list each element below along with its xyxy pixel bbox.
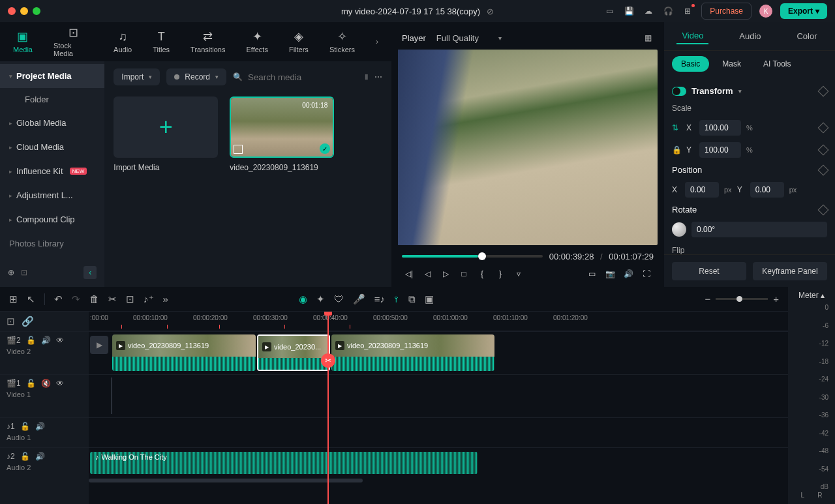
- track-video1[interactable]: [89, 374, 788, 417]
- track-head-video2[interactable]: 🎬2🔓🔊👁 Video 2: [0, 331, 89, 374]
- zoom-slider[interactable]: [716, 298, 768, 300]
- track-head-video1[interactable]: 🎬1🔓🔇👁 Video 1: [0, 374, 89, 417]
- track-audio2[interactable]: ♪Walking On The City: [89, 447, 788, 477]
- scale-x-input[interactable]: [699, 120, 741, 136]
- title-edit-icon[interactable]: ⊘: [487, 7, 494, 16]
- new-folder-icon[interactable]: ⊕: [8, 268, 14, 277]
- keyframe-diamond[interactable]: [818, 164, 829, 175]
- seek-bar[interactable]: [402, 255, 543, 258]
- keyframe-panel-button[interactable]: Keyframe Panel: [753, 262, 827, 280]
- shield-icon[interactable]: 🛡: [334, 293, 344, 304]
- lock-icon[interactable]: 🔒: [672, 145, 681, 155]
- keyframe-diamond[interactable]: [818, 85, 829, 96]
- reset-button[interactable]: Reset: [672, 262, 746, 280]
- timeline-clip[interactable]: ▶video_20230809_113619: [112, 334, 256, 371]
- crop-icon[interactable]: ⊡: [126, 293, 134, 305]
- chevron-down-icon[interactable]: ▾: [738, 88, 742, 95]
- playhead[interactable]: ✂: [327, 312, 329, 504]
- sidebar-project-media[interactable]: ▾Project Media: [0, 64, 104, 88]
- new-bin-icon[interactable]: ⊡: [21, 268, 27, 277]
- sidebar-cloud-media[interactable]: ▸Cloud Media: [0, 135, 104, 159]
- grid-icon[interactable]: ⊞: [9, 293, 18, 305]
- tab-titles[interactable]: TTitles: [153, 30, 170, 53]
- seek-knob[interactable]: [478, 252, 486, 260]
- tab-effects[interactable]: ✦Effects: [246, 30, 267, 53]
- subtab-basic[interactable]: Basic: [672, 56, 709, 72]
- mark-in-button[interactable]: {: [475, 267, 489, 281]
- sidebar-photos-library[interactable]: Photos Library: [0, 231, 104, 256]
- link-icon[interactable]: ⇅: [672, 123, 681, 132]
- tab-transitions[interactable]: ⇄Transitions: [190, 30, 225, 53]
- tab-filters[interactable]: ◈Filters: [289, 30, 309, 53]
- waveform-icon[interactable]: ≡♪: [374, 293, 385, 304]
- display-icon[interactable]: ▭: [584, 267, 599, 281]
- inspector-tab-video[interactable]: Video: [676, 28, 708, 44]
- search-input[interactable]: [248, 72, 358, 82]
- export-button[interactable]: Export ▾: [780, 3, 827, 19]
- import-media-card[interactable]: + Import Media: [114, 96, 218, 283]
- tab-stock-media[interactable]: ⊡Stock Media: [53, 26, 93, 57]
- tabs-next-icon[interactable]: ›: [376, 37, 378, 46]
- split-icon[interactable]: ✂: [108, 293, 117, 305]
- subtab-mask[interactable]: Mask: [713, 56, 750, 72]
- audio-clip[interactable]: ♪Walking On The City: [90, 452, 478, 474]
- quality-dropdown[interactable]: Full Quality▾: [436, 33, 502, 43]
- scrollbar-thumb[interactable]: [89, 479, 363, 482]
- lock-icon[interactable]: 🔓: [20, 422, 30, 431]
- lock-icon[interactable]: 🔓: [26, 379, 36, 388]
- redo-icon[interactable]: ↷: [72, 293, 80, 305]
- undo-icon[interactable]: ↶: [54, 293, 63, 305]
- timeline-scrollbar[interactable]: [89, 477, 788, 484]
- sidebar-influence-kit[interactable]: ▸Influence KitNEW: [0, 159, 104, 183]
- collapse-sidebar-icon[interactable]: ‹: [84, 266, 97, 279]
- lock-icon[interactable]: 🔓: [26, 336, 36, 345]
- player-viewport[interactable]: [398, 50, 658, 245]
- timeline-ruler[interactable]: :00:00 00:00:10:00 00:00:20:00 00:00:30:…: [89, 312, 788, 331]
- snap-icon[interactable]: ⫯: [394, 293, 399, 304]
- group-icon[interactable]: ⧉: [408, 293, 416, 305]
- apps-icon[interactable]: ⊞: [682, 5, 693, 17]
- track-audio1[interactable]: [89, 417, 788, 447]
- enhance-icon[interactable]: ✦: [316, 293, 325, 305]
- zoom-knob[interactable]: [736, 296, 742, 302]
- ai-icon[interactable]: ◉: [299, 293, 307, 305]
- layout-icon[interactable]: ▭: [603, 5, 615, 17]
- rotate-knob[interactable]: [672, 222, 686, 237]
- mute-icon[interactable]: 🔊: [35, 452, 45, 461]
- select-tool-icon[interactable]: ↖: [27, 293, 35, 305]
- scale-y-input[interactable]: [699, 142, 741, 158]
- more-icon[interactable]: ⋯: [374, 72, 382, 82]
- more-tools-icon[interactable]: »: [163, 293, 168, 304]
- media-clip[interactable]: 00:01:18 ✓ video_20230809_113619: [230, 96, 334, 283]
- transform-toggle[interactable]: [672, 87, 686, 96]
- lock-icon[interactable]: 🔓: [20, 452, 30, 461]
- tab-media[interactable]: ▣Media: [13, 30, 33, 53]
- record-dropdown[interactable]: Record▾: [166, 68, 226, 85]
- voice-icon[interactable]: 🎤: [353, 293, 365, 305]
- mute-icon[interactable]: 🔇: [41, 379, 51, 388]
- rotate-input[interactable]: [691, 222, 827, 237]
- tab-audio[interactable]: ♫Audio: [114, 30, 132, 53]
- pos-y-input[interactable]: [750, 182, 784, 198]
- snapshot-icon[interactable]: ▦: [642, 32, 654, 44]
- mark-out-button[interactable]: }: [493, 267, 508, 281]
- save-icon[interactable]: 💾: [623, 5, 635, 17]
- track-video2[interactable]: ▶ ▶video_20230809_113619 ▶video_20230...…: [89, 331, 788, 374]
- playhead-cut-icon[interactable]: ✂: [321, 353, 335, 368]
- inspector-tab-audio[interactable]: Audio: [734, 29, 766, 44]
- import-dropdown[interactable]: Import▾: [114, 68, 160, 85]
- sidebar-folder[interactable]: Folder: [0, 88, 104, 111]
- volume-icon[interactable]: 🔊: [621, 267, 635, 281]
- maximize-window[interactable]: [33, 7, 40, 15]
- avatar[interactable]: K: [759, 5, 772, 18]
- eye-icon[interactable]: 👁: [56, 379, 64, 388]
- zoom-out-icon[interactable]: −: [705, 293, 710, 304]
- timeline-clip[interactable]: ▶video_20230809_113619: [331, 334, 494, 371]
- delete-icon[interactable]: 🗑: [89, 293, 99, 304]
- marker-dropdown[interactable]: ▿: [511, 267, 526, 281]
- zoom-in-icon[interactable]: +: [773, 293, 779, 304]
- mute-icon[interactable]: 🔊: [35, 422, 45, 431]
- stop-button[interactable]: □: [457, 267, 471, 281]
- keyframe-diamond[interactable]: [818, 145, 829, 156]
- minimize-window[interactable]: [20, 7, 28, 15]
